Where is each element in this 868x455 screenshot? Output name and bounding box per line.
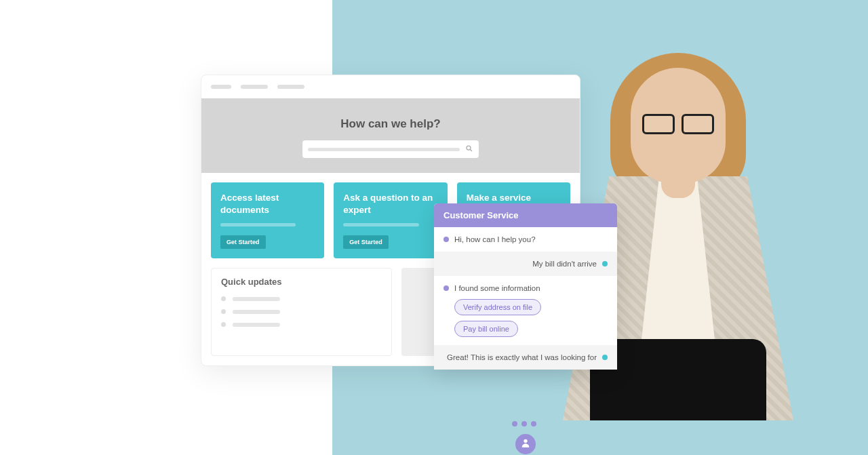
svg-line-1: [471, 150, 473, 152]
chat-message-agent: Hi, how can I help you?: [434, 227, 617, 252]
search-input[interactable]: [302, 140, 479, 158]
chat-message-agent: I found some information: [434, 276, 617, 296]
list-item[interactable]: [221, 296, 382, 301]
get-started-button[interactable]: Get Started: [220, 235, 266, 249]
chat-suggestion-chip[interactable]: Pay bill online: [454, 321, 518, 337]
svg-point-0: [467, 146, 471, 150]
svg-point-3: [524, 439, 527, 443]
user-icon: [520, 437, 531, 451]
user-dot-icon: [602, 355, 608, 360]
get-started-button[interactable]: Get Started: [343, 235, 389, 249]
chat-avatar[interactable]: [515, 434, 536, 454]
chat-message-user: My bill didn't arrive: [434, 252, 617, 276]
chat-header: Customer Service: [434, 203, 617, 227]
card-title: Ask a question to an expert: [343, 192, 437, 216]
hero-section: How can we help?: [201, 98, 580, 173]
agent-dot-icon: [443, 237, 449, 242]
card-ask-expert[interactable]: Ask a question to an expert Get Started: [334, 182, 447, 258]
card-title: Access latest documents: [220, 192, 315, 216]
browser-chrome: [201, 75, 580, 98]
agent-dot-icon: [443, 285, 449, 291]
list-item[interactable]: [221, 322, 382, 327]
list-item[interactable]: [221, 309, 382, 314]
chat-widget: Customer Service Hi, how can I help you?…: [434, 203, 617, 370]
search-icon: [465, 143, 473, 155]
quick-updates-panel: Quick updates: [211, 268, 392, 356]
typing-indicator: [512, 421, 536, 427]
hero-title: How can we help?: [222, 117, 559, 131]
user-dot-icon: [602, 261, 608, 266]
chat-suggestions: Verify address on file Pay bill online: [434, 296, 617, 345]
quick-updates-title: Quick updates: [221, 277, 382, 287]
chat-suggestion-chip[interactable]: Verify address on file: [454, 299, 541, 315]
chat-message-user: Great! This is exactly what I was lookin…: [434, 345, 617, 370]
card-documents[interactable]: Access latest documents Get Started: [211, 182, 324, 258]
